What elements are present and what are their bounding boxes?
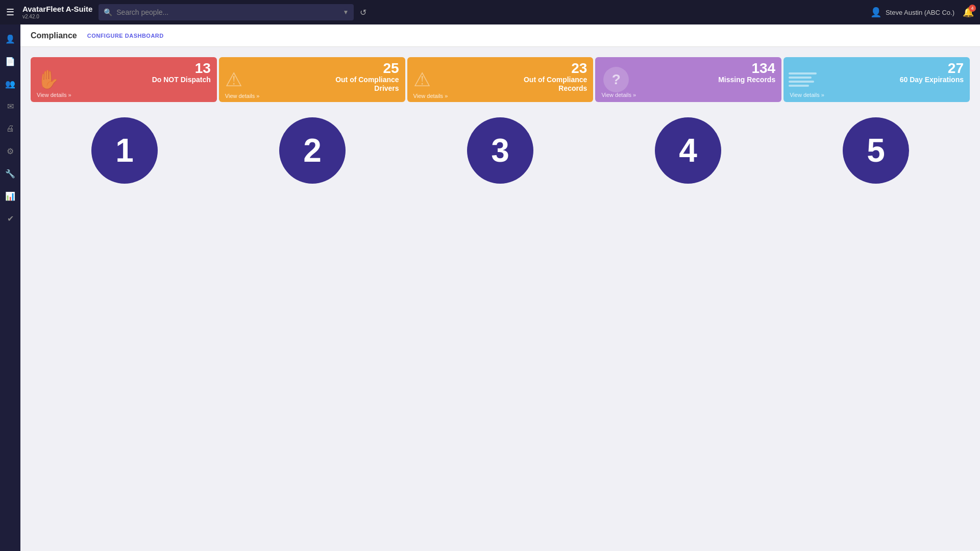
hamburger-icon[interactable]: ☰	[6, 7, 14, 18]
card-label-oc-records: Out of ComplianceRecords	[524, 76, 587, 93]
card-missing-records[interactable]: ? 134 Missing Records View details »	[595, 57, 781, 102]
notifications-badge: 4	[969, 5, 976, 12]
card-viewdetails-do-not-dispatch[interactable]: View details »	[37, 92, 211, 98]
warning-icon-drivers: ⚠	[225, 68, 242, 91]
sidebar-item-network[interactable]: ⚙	[1, 142, 19, 160]
notifications-bell[interactable]: 🔔 4	[963, 7, 974, 18]
card-viewdetails-oc-records[interactable]: View details »	[413, 93, 587, 99]
warning-icon-records: ⚠	[413, 68, 431, 91]
circle-1: 1	[91, 117, 158, 184]
user-label: Steve Austin (ABC Co.)	[886, 9, 954, 16]
search-dropdown-icon[interactable]: ▼	[342, 9, 349, 16]
card-do-not-dispatch[interactable]: ✋ 13 Do NOT Dispatch View details »	[31, 57, 217, 102]
refresh-icon[interactable]: ↺	[360, 8, 366, 17]
search-container[interactable]: 🔍 ▼	[99, 4, 354, 20]
user-icon: 👤	[870, 7, 881, 18]
circle-container-2: 2	[218, 117, 406, 184]
card-count-oc-drivers: 25	[383, 61, 399, 76]
brand-version: v2.42.0	[22, 14, 92, 20]
circle-5: 5	[843, 117, 909, 184]
search-input[interactable]	[116, 8, 342, 16]
sidebar-item-docs[interactable]: 📄	[1, 52, 19, 70]
circle-container-1: 1	[31, 117, 218, 184]
sidebar: 👤 📄 👥 ✉ 🖨 ⚙ 🔧 📊 ✔	[0, 24, 20, 551]
circles-row: 1 2 3 4 5	[31, 117, 970, 184]
card-label-missing-records: Missing Records	[718, 76, 775, 84]
sidebar-item-people[interactable]: 👤	[1, 30, 19, 48]
card-label-oc-drivers: Out of ComplianceDrivers	[335, 76, 399, 93]
card-out-of-compliance-records[interactable]: ⚠ 23 Out of ComplianceRecords View detai…	[407, 57, 594, 102]
lines-icon	[789, 72, 817, 87]
card-label-60-day: 60 Day Expirations	[900, 76, 964, 84]
card-count-oc-records: 23	[571, 61, 587, 76]
line-4	[789, 85, 809, 87]
sidebar-item-group[interactable]: 👥	[1, 74, 19, 93]
sidebar-item-check[interactable]: ✔	[1, 209, 19, 228]
card-label-do-not-dispatch: Do NOT Dispatch	[152, 76, 211, 84]
card-viewdetails-oc-drivers[interactable]: View details »	[225, 93, 399, 99]
card-count-missing-records: 134	[751, 61, 775, 76]
sidebar-item-chart[interactable]: 📊	[1, 187, 19, 205]
circle-container-3: 3	[406, 117, 594, 184]
brand-name: AvatarFleet A-Suite	[22, 5, 92, 14]
hand-icon: ✋	[37, 69, 60, 90]
brand: AvatarFleet A-Suite v2.42.0	[22, 5, 92, 20]
topnav-right: 👤 Steve Austin (ABC Co.) 🔔 4	[870, 7, 974, 18]
line-2	[789, 77, 812, 79]
card-viewdetails-60-day[interactable]: View details »	[790, 92, 964, 98]
card-viewdetails-missing-records[interactable]: View details »	[601, 92, 775, 98]
dashboard: ✋ 13 Do NOT Dispatch View details » ⚠ 25…	[20, 47, 980, 551]
circle-4: 4	[655, 117, 721, 184]
circle-2: 2	[279, 117, 346, 184]
question-icon: ?	[603, 67, 629, 92]
page-title: Compliance	[31, 31, 77, 40]
circle-container-4: 4	[594, 117, 782, 184]
sidebar-item-mail[interactable]: ✉	[1, 97, 19, 115]
card-60-day-expirations[interactable]: 27 60 Day Expirations View details »	[783, 57, 970, 102]
circle-container-5: 5	[782, 117, 970, 184]
sidebar-item-print[interactable]: 🖨	[1, 119, 19, 138]
user-info: 👤 Steve Austin (ABC Co.)	[870, 7, 954, 18]
card-count-60-day: 27	[948, 61, 964, 76]
card-count-do-not-dispatch: 13	[195, 61, 211, 76]
line-1	[789, 72, 817, 74]
top-navigation: ☰ AvatarFleet A-Suite v2.42.0 🔍 ▼ ↺ 👤 St…	[0, 0, 980, 24]
content-area: Compliance CONFIGURE DASHBOARD ✋ 13 Do N…	[20, 24, 980, 551]
sidebar-item-tools[interactable]: 🔧	[1, 164, 19, 183]
cards-row: ✋ 13 Do NOT Dispatch View details » ⚠ 25…	[31, 57, 970, 102]
line-3	[789, 81, 814, 83]
card-out-of-compliance-drivers[interactable]: ⚠ 25 Out of ComplianceDrivers View detai…	[219, 57, 405, 102]
configure-dashboard-button[interactable]: CONFIGURE DASHBOARD	[87, 33, 164, 39]
subheader: Compliance CONFIGURE DASHBOARD	[20, 24, 980, 47]
search-icon: 🔍	[104, 8, 112, 16]
main-layout: 👤 📄 👥 ✉ 🖨 ⚙ 🔧 📊 ✔ Compliance CONFIGURE D…	[0, 24, 980, 551]
circle-3: 3	[467, 117, 533, 184]
